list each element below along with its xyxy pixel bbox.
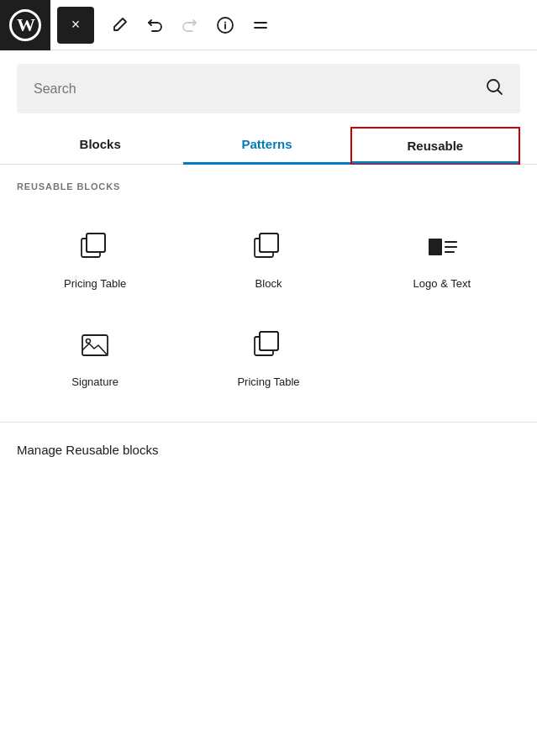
svg-line-6	[498, 91, 503, 95]
block-label-pricing-table-1: Pricing Table	[64, 277, 126, 290]
info-icon[interactable]	[210, 10, 240, 40]
svg-rect-11	[260, 234, 278, 252]
block-label-logo-text: Logo & Text	[413, 277, 471, 290]
block-icon-logo-text	[424, 228, 461, 265]
svg-point-18	[87, 339, 91, 344]
svg-rect-17	[82, 335, 108, 355]
block-item-logo-text[interactable]: Logo & Text	[355, 208, 529, 307]
manage-reusable-link[interactable]: Manage Reusable blocks	[0, 423, 537, 474]
svg-rect-13	[429, 239, 442, 255]
edit-icon[interactable]	[104, 10, 134, 40]
tabs-container: Blocks Patterns Reusable	[0, 127, 537, 165]
block-icon-pricing-table-1	[76, 228, 113, 265]
close-button[interactable]: ×	[57, 7, 94, 44]
search-icon	[485, 77, 503, 100]
svg-point-2	[224, 21, 226, 23]
undo-icon[interactable]	[140, 10, 170, 40]
block-label-block-1: Block	[255, 277, 282, 290]
block-item-signature[interactable]: Signature	[8, 307, 182, 405]
tab-reusable[interactable]: Reusable	[350, 127, 520, 165]
svg-rect-20	[260, 332, 278, 350]
block-icon-signature	[76, 327, 113, 364]
search-container	[17, 64, 520, 113]
redo-icon[interactable]	[175, 10, 205, 40]
tab-blocks[interactable]: Blocks	[17, 127, 183, 164]
block-item-pricing-table-1[interactable]: Pricing Table	[8, 208, 182, 307]
menu-icon[interactable]	[245, 10, 276, 40]
toolbar-icons	[101, 10, 276, 40]
wp-logo: W	[0, 0, 50, 50]
block-item-block-1[interactable]: Block	[182, 208, 355, 307]
block-label-pricing-table-2: Pricing Table	[237, 375, 299, 388]
block-icon-pricing-table-2	[250, 327, 287, 364]
block-icon-block-1	[250, 228, 287, 265]
wordpress-icon: W	[9, 9, 41, 41]
search-input[interactable]	[34, 81, 485, 97]
block-label-signature: Signature	[71, 375, 118, 388]
block-item-pricing-table-2[interactable]: Pricing Table	[182, 307, 355, 405]
blocks-grid: Pricing Table Block Logo & Text	[0, 200, 537, 413]
toolbar: W ×	[0, 0, 537, 50]
tab-patterns[interactable]: Patterns	[183, 127, 350, 164]
section-heading: REUSABLE BLOCKS	[0, 165, 537, 200]
svg-rect-8	[87, 234, 105, 252]
